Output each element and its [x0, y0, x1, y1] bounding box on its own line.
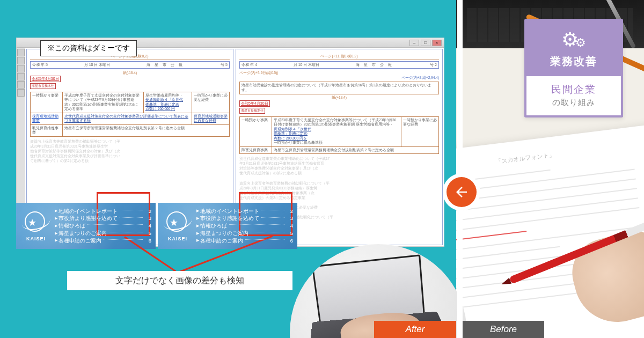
mayor-stamp: 海星市長橋本佳 — [30, 83, 56, 89]
tool-icon[interactable] — [17, 89, 25, 97]
toc-list: ▶地域のイベントレポート2▶市役所より感謝を込めて3▶情報ひろば4▶海星まつりの… — [55, 208, 151, 245]
category-badge: ⚙⚙ 業務改善 民間企業 の取り組み — [524, 19, 623, 117]
toc-item: ▶海星まつりのご案内5 — [196, 230, 293, 237]
date-stamp: 令和5年4月30日 — [30, 76, 61, 82]
badge-subtitle-1: 民間企業 — [531, 83, 617, 97]
faded-content: 資質向上保育者等教育業務費の補助額等について（平成20年3月31日雇児発第033… — [30, 139, 230, 163]
badge-subtitle-2: の取り組み — [531, 98, 617, 108]
dummy-disclaimer: ※この資料はダミーです — [40, 40, 137, 56]
tool-icon[interactable] — [17, 49, 25, 56]
toc-item: ▶情報ひろば4 — [55, 222, 151, 230]
date-stamp: 令和5年4月30日 — [239, 100, 270, 107]
kaisei-logo: ★ KAISEI — [20, 210, 52, 241]
toc-item: ▶情報ひろば4 — [196, 222, 293, 230]
toc-item: ▶市役所より感謝を込めて3 — [55, 215, 151, 222]
toc-item: ▶地域のイベントレポート2 — [55, 208, 151, 215]
arrow-left-icon — [453, 184, 470, 200]
regulation-table: 一時預かり事業 平成23年度子育て支援交付金の交付対象事業等について（平成23年… — [239, 116, 439, 154]
minimize-icon[interactable]: – — [409, 40, 419, 46]
before-label: Before — [463, 321, 544, 338]
before-after-arrow-button[interactable] — [447, 177, 477, 207]
toc-list: ▶地域のイベントレポート2▶市役所より感謝を込めて3▶情報ひろば4▶海星まつりの… — [196, 208, 293, 245]
toc-cards: ★ KAISEI ▶地域のイベントレポート2▶市役所より感謝を込めて3▶情報ひろ… — [16, 203, 297, 249]
hand-with-pen — [504, 204, 644, 338]
toc-item: ▶海星まつりのご案内5 — [55, 230, 151, 237]
badge-title: 業務改善 — [531, 54, 617, 69]
after-panel: – □ × ページ(+11,縦0,横0,2) 令和 年 5 月 10 日 木 — [0, 0, 456, 338]
tool-icon[interactable] — [17, 73, 25, 80]
page-frame-info: ページ(+11,縦0,横0,2) — [239, 54, 439, 60]
toc-card-right: ★ KAISEI ▶地域のイベントレポート2▶市役所より感謝を込めて3▶情報ひろ… — [158, 203, 297, 249]
gears-icon: ⚙⚙ — [531, 28, 617, 51]
page-root: 「スカオルフォント」 – □ × — [0, 0, 644, 338]
intro-box: 海星市幼児健診の指定管理者の指定について（平成17年海星市条例第96号）第3条の… — [239, 82, 439, 94]
panel-divider — [457, 0, 463, 338]
toc-card-left: ★ KAISEI ▶地域のイベントレポート2▶市役所より感謝を込めて3▶情報ひろ… — [16, 203, 156, 249]
diff-caption: 文字だけでなく画像の差分も検知 — [67, 271, 292, 290]
regulation-table: 一時預かり事業 平成23年度子育て支援交付金の交付対象事業等について（平成23年… — [30, 92, 230, 137]
maximize-icon[interactable]: □ — [421, 40, 430, 46]
kaisei-logo: ★ KAISEI — [162, 210, 193, 241]
after-label: After — [374, 321, 456, 338]
close-icon[interactable]: × — [432, 40, 442, 46]
mayor-stamp: 海星市長橋本佳 — [239, 108, 265, 114]
toc-item: ▶市役所より感謝を込めて3 — [196, 215, 293, 222]
page-masthead: 令和 年 5 月 10 日 木曜日 海 星 市 公 報 号 5 — [30, 61, 230, 69]
tool-icon[interactable] — [17, 57, 25, 64]
toc-item: ▶各種申請のご案内6 — [55, 237, 151, 245]
page-masthead: 令和 年 4 月 10 日 木曜日 海 星 市 公 報 号 2 — [239, 61, 439, 69]
tool-icon[interactable] — [17, 81, 25, 89]
tool-icon[interactable] — [17, 65, 25, 72]
toc-item: ▶地域のイベントレポート2 — [196, 208, 293, 215]
toc-item: ▶各種申請のご案内6 — [196, 237, 293, 245]
